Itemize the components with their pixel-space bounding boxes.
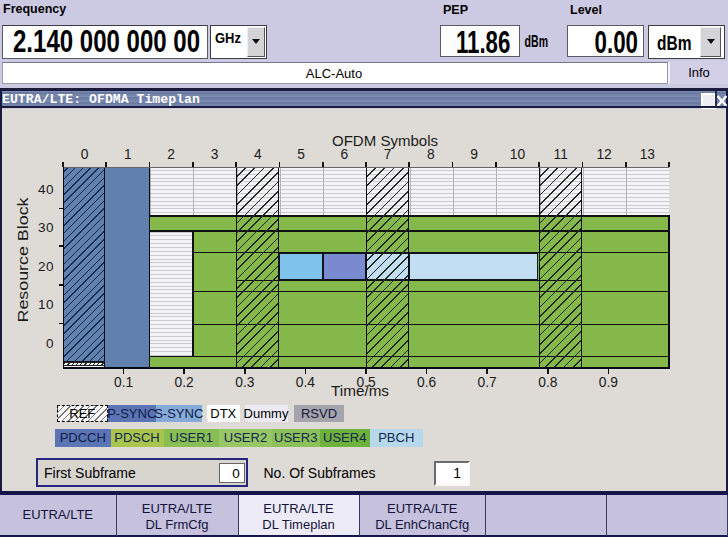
svg-text:dBm: dBm bbox=[657, 32, 692, 52]
svg-text:GHz: GHz bbox=[215, 29, 241, 46]
svg-text:2.140 000 000 00: 2.140 000 000 00 bbox=[13, 25, 200, 57]
svg-text:0.00: 0.00 bbox=[595, 25, 638, 57]
svg-text:dBm: dBm bbox=[525, 32, 548, 50]
svg-text:11.86: 11.86 bbox=[456, 25, 511, 57]
